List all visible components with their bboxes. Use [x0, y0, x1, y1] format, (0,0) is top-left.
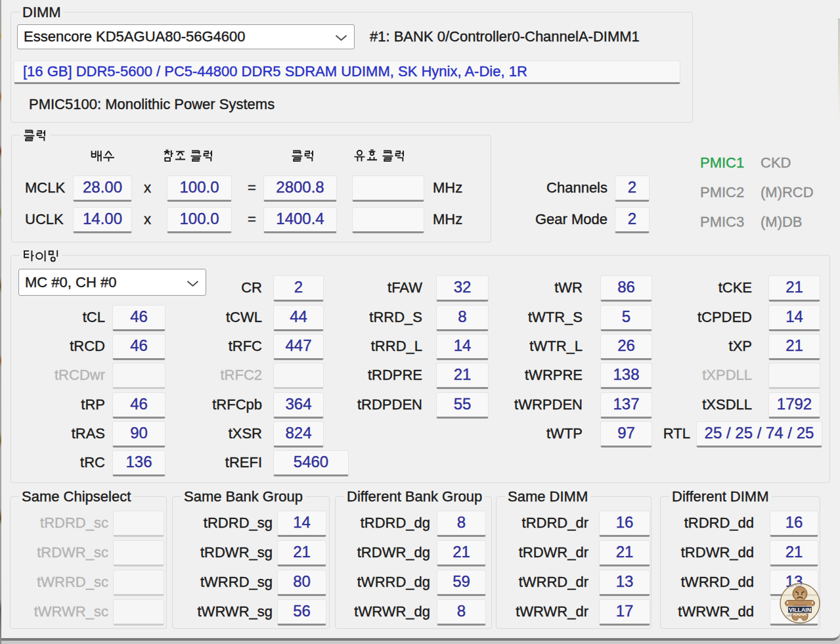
- svg-text:VILLAIN: VILLAIN: [789, 607, 811, 613]
